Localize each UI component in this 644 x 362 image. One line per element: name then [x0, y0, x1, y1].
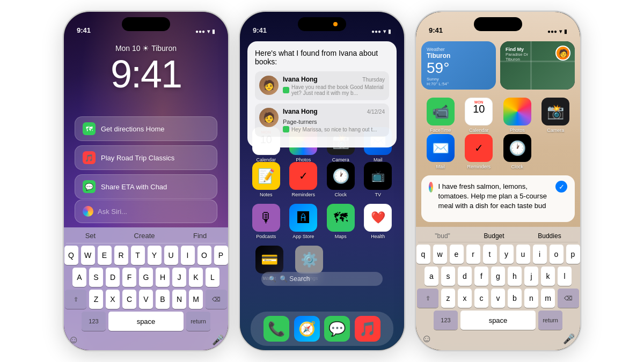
kb3-g[interactable]: g	[491, 267, 505, 286]
app-clock[interactable]: 🕐 Clock	[326, 162, 355, 197]
kb-key-k[interactable]: K	[189, 268, 203, 287]
kb3-u[interactable]: u	[516, 245, 530, 264]
app-calendar-3[interactable]: MON 10 Calendar	[464, 98, 493, 133]
kb3-return[interactable]: return	[538, 311, 562, 330]
kb-shift[interactable]: ⇧	[65, 290, 86, 309]
app-mail-3[interactable]: ✉️ Mail	[426, 134, 455, 169]
kb3-123[interactable]: 123	[434, 311, 458, 330]
emoji-button-3[interactable]: ☺	[421, 333, 432, 345]
siri-input-text[interactable]: I have fresh salmon, lemons, tomatoes. H…	[438, 182, 555, 211]
kb3-a[interactable]: a	[425, 267, 438, 286]
kb-key-e[interactable]: E	[98, 246, 112, 265]
kb3-p[interactable]: p	[566, 245, 580, 264]
kb-key-a[interactable]: A	[72, 268, 86, 287]
siri-message-1[interactable]: 🧑 Ivana Hong Thursday Have you read the …	[255, 71, 389, 100]
kb3-k[interactable]: k	[541, 267, 555, 286]
kb-key-d[interactable]: D	[106, 268, 120, 287]
kb3-space[interactable]: space	[460, 311, 536, 330]
kb3-shift[interactable]: ⇧	[417, 289, 438, 308]
app-reminders-3[interactable]: ✓ Reminders	[464, 134, 493, 169]
kb3-o[interactable]: o	[550, 245, 564, 264]
kb3-delete[interactable]: ⌫	[558, 289, 579, 308]
kb3-v[interactable]: v	[491, 289, 505, 308]
kb-key-g[interactable]: G	[139, 268, 153, 287]
kb3-m[interactable]: m	[541, 289, 555, 308]
kb-key-z[interactable]: Z	[89, 290, 103, 309]
mic-button-3[interactable]: 🎤	[563, 333, 575, 345]
kb-key-v[interactable]: V	[139, 290, 153, 309]
kb-space[interactable]: space	[108, 312, 184, 331]
app-notes[interactable]: 📝 Notes	[252, 162, 281, 197]
kb-key-m[interactable]: M	[189, 290, 203, 309]
kb3-s[interactable]: s	[441, 267, 455, 286]
siri-submit-button[interactable]: ✓	[555, 181, 567, 193]
kb-123[interactable]: 123	[82, 312, 106, 331]
kb-key-i[interactable]: I	[181, 246, 195, 265]
app-health[interactable]: ❤️ Health	[363, 204, 392, 239]
app-camera-3[interactable]: 📸 Camera	[541, 98, 570, 133]
emoji-button[interactable]: ☺	[68, 334, 79, 346]
kb-key-n[interactable]: N	[172, 290, 186, 309]
kb-key-o[interactable]: O	[197, 246, 211, 265]
siri-message-2[interactable]: 🧑 Ivana Hong 4/12/24 Page-turners Hey Ma…	[255, 104, 389, 137]
pred-bud[interactable]: "bud"	[435, 232, 450, 240]
app-facetime-3[interactable]: 📹 FaceTime	[426, 98, 455, 133]
kb-sug-3[interactable]: Find	[193, 232, 207, 240]
kb3-e[interactable]: e	[450, 245, 464, 264]
app-appstore[interactable]: 🅰 App Store	[289, 204, 318, 239]
kb-key-x[interactable]: X	[106, 290, 120, 309]
kb-key-q[interactable]: Q	[64, 246, 78, 265]
siri-suggestion-directions[interactable]: 🗺 Get directions Home	[75, 116, 217, 141]
mic-button[interactable]: 🎤	[212, 334, 224, 346]
kb-key-p[interactable]: P	[214, 246, 228, 265]
kb-key-t[interactable]: T	[131, 246, 145, 265]
app-clock-3[interactable]: 🕐 Clock	[503, 134, 532, 169]
kb-key-h[interactable]: H	[156, 268, 170, 287]
search-bar-2[interactable]: 🔍 🔍 Search	[261, 272, 383, 286]
kb-key-w[interactable]: W	[81, 246, 95, 265]
app-reminders[interactable]: ✓ Reminders	[289, 162, 318, 197]
weather-widget[interactable]: Weather Tiburon 59° Sunny H:70° L:54°	[421, 41, 496, 90]
kb3-b[interactable]: b	[508, 289, 522, 308]
kb3-w[interactable]: w	[433, 245, 447, 264]
kb3-z[interactable]: z	[441, 289, 455, 308]
app-maps[interactable]: 🗺 Maps	[326, 204, 355, 239]
kb3-h[interactable]: h	[508, 267, 522, 286]
siri-suggestion-eta[interactable]: 💬 Share ETA with Chad	[75, 174, 217, 199]
app-tv[interactable]: 📺 TV	[363, 162, 392, 197]
kb-sug-2[interactable]: Create	[134, 232, 155, 240]
kb-sug-1[interactable]: Set	[85, 232, 96, 240]
dock-safari[interactable]: 🧭	[294, 316, 320, 342]
findmy-widget[interactable]: 🧑 Find My Paradise DrTiburon	[500, 41, 575, 90]
kb3-i[interactable]: i	[533, 245, 547, 264]
kb-key-b[interactable]: B	[156, 290, 170, 309]
kb3-x[interactable]: x	[458, 289, 472, 308]
kb3-c[interactable]: c	[474, 289, 488, 308]
kb-delete[interactable]: ⌫	[206, 290, 227, 309]
kb-key-c[interactable]: C	[122, 290, 136, 309]
kb3-l[interactable]: l	[558, 267, 572, 286]
kb3-f[interactable]: f	[474, 267, 488, 286]
pred-buddies[interactable]: Buddies	[538, 232, 561, 240]
kb-key-f[interactable]: F	[122, 268, 136, 287]
kb-key-r[interactable]: R	[114, 246, 128, 265]
kb-key-y[interactable]: Y	[148, 246, 162, 265]
kb3-d[interactable]: d	[458, 267, 472, 286]
kb-key-s[interactable]: S	[89, 268, 103, 287]
dock-phone[interactable]: 📞	[264, 316, 289, 342]
kb3-n[interactable]: n	[524, 289, 538, 308]
siri-input-bar[interactable]: Ask Siri...	[75, 200, 217, 223]
dock-music[interactable]: 🎵	[355, 316, 380, 342]
pred-budget[interactable]: Budget	[484, 232, 504, 240]
kb-key-j[interactable]: J	[172, 268, 186, 287]
kb-key-l[interactable]: L	[206, 268, 219, 287]
kb3-y[interactable]: y	[500, 245, 514, 264]
kb-return[interactable]: return	[186, 312, 210, 331]
siri-suggestion-music[interactable]: 🎵 Play Road Trip Classics	[75, 145, 217, 170]
kb-key-u[interactable]: U	[164, 246, 178, 265]
kb3-r[interactable]: r	[466, 245, 480, 264]
dock-messages[interactable]: 💬	[324, 316, 350, 342]
app-photos-3[interactable]: Photos	[503, 98, 532, 133]
kb3-j[interactable]: j	[524, 267, 538, 286]
kb3-t[interactable]: t	[483, 245, 497, 264]
